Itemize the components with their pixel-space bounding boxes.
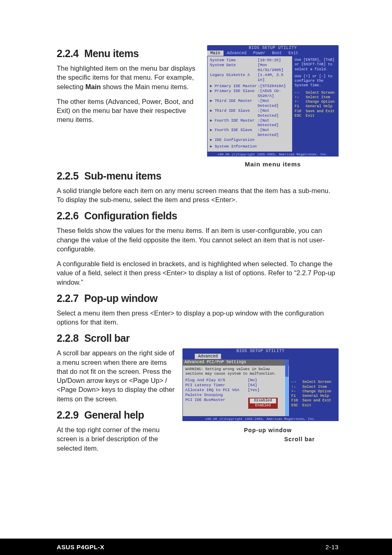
heading-227-title: Pop-up window (84, 292, 157, 304)
triangle-icon: ▶ (210, 138, 214, 142)
heading-227-num: 2.2.7 (57, 292, 78, 304)
bios1-menu-boot[interactable]: Boot (269, 51, 285, 56)
bios2-right: ←→ Select Screen ↑↓ Select Item +- Chang… (289, 359, 338, 416)
popup-opt-enabled[interactable]: Enabled (250, 403, 276, 408)
triangle-icon: ▶ (210, 144, 214, 149)
bios1-sub-3[interactable]: ▶ Third IDE Slave:[Not Detected] (210, 108, 290, 118)
para-224-1c: shows the Main menu items. (101, 83, 189, 90)
content-area: 2.2.4Menu items The highlighted item on … (0, 0, 392, 458)
bios1-row-0-k: System Time (210, 58, 258, 63)
bios2-keys: ←→ Select Screen ↑↓ Select Item +- Chang… (291, 380, 336, 408)
para-227: Select a menu item then press <Enter> to… (57, 309, 339, 327)
heading-225: 2.2.5Sub-menu items (57, 170, 339, 182)
bios1-sub-2[interactable]: ▶ Third IDE Master:[Not Detected] (210, 99, 290, 108)
bios-figure-2: BIOS SETUP UTILITY Advanced Advanced PCI… (182, 348, 339, 442)
bios1-sub-0-k: ▶ Primary IDE Master (210, 84, 258, 89)
bios1-menu: Main Advanced Power Boot Exit (207, 51, 339, 56)
heading-228-num: 2.2.8 (57, 332, 78, 344)
callout-popup: Pop-up window (197, 427, 339, 433)
heading-225-num: 2.2.5 (57, 170, 78, 182)
bios1-row-0: System Time[10:55:25] (210, 58, 290, 63)
bios1-sub-6[interactable]: ▶ IDE Configuration (210, 138, 290, 143)
bios1-row-0-v: [10:55:25] (258, 58, 290, 63)
heading-224-title: Menu items (84, 48, 139, 59)
heading-226-num: 2.2.6 (57, 210, 78, 221)
para-226-1: These fields show the values for the men… (57, 226, 339, 253)
para-229: At the top right corner of the menu scre… (57, 425, 175, 453)
heading-229-title: General help (84, 409, 144, 421)
triangle-icon: ▶ (210, 118, 214, 123)
bios1-menu-advanced[interactable]: Advanced (224, 51, 250, 56)
bios1-menu-exit[interactable]: Exit (285, 51, 302, 56)
bios1-sub-0-v: :[ST320410A] (258, 84, 290, 89)
para-224-2: The other items (Advanced, Power, Boot, … (57, 97, 200, 124)
bios2-row-2[interactable]: Allocate IRQ to PCI VGA[Yes] (185, 388, 286, 393)
bios1-keys: ←→ Select Screen ↑↓ Select Item +- Chang… (295, 91, 336, 119)
bios2-scroll-thumb[interactable] (285, 359, 288, 377)
bios2-popup[interactable]: Disabled Enabled (248, 397, 278, 409)
bios2-warning: WARNING: Setting wrong values in below s… (185, 367, 286, 377)
bios-mini-1: BIOS SETUP UTILITY Main Advanced Power B… (207, 45, 339, 157)
bios2-scrollbar[interactable] (285, 359, 288, 416)
triangle-icon: ▶ (210, 128, 214, 132)
section-228-row: A scroll bar appears on the right side o… (57, 348, 339, 458)
bios-mini-2: BIOS SETUP UTILITY Advanced Advanced PCI… (182, 348, 339, 421)
popup-opt-disabled[interactable]: Disabled (250, 398, 276, 403)
heading-226-title: Configuration fields (84, 210, 177, 221)
bios-figure-1: BIOS SETUP UTILITY Main Advanced Power B… (207, 45, 339, 168)
heading-226: 2.2.6Configuration fields (57, 210, 339, 222)
bios1-menu-power[interactable]: Power (250, 51, 269, 56)
bios1-sub-5[interactable]: ▶ Fourth IDE Slave:[Not Detected] (210, 128, 290, 138)
bios1-bar: BIOS SETUP UTILITY (207, 45, 339, 51)
bios2-row-0[interactable]: Plug And Play O/S[No] (185, 378, 286, 383)
triangle-icon: ▶ (210, 84, 214, 88)
section-224-text: 2.2.4Menu items The highlighted item on … (57, 45, 200, 130)
bios1-sub-0[interactable]: ▶ Primary IDE Master:[ST320410A] (210, 84, 290, 89)
bios2-menu-advanced[interactable]: Advanced (195, 354, 221, 359)
para-224-1: The highlighted item on the menu bar dis… (57, 64, 200, 91)
bios2-row-3[interactable]: Palette Snooping (185, 393, 286, 398)
bios1-row-1: System Date[Mon 01/31/2005] (210, 63, 290, 73)
bios2-panel-title: Advanced PCI/PnP Settings (183, 359, 289, 366)
bios1-body: System Time[10:55:25] System Date[Mon 01… (207, 56, 339, 152)
bios1-row-2-k: Legacy Diskette A (210, 73, 258, 83)
bios1-footer: v00.00 (C)Copyright 1985-2003, American … (207, 152, 339, 157)
heading-229: 2.2.9General help (57, 409, 175, 421)
heading-229-num: 2.2.9 (57, 409, 78, 421)
bios1-sysinfo[interactable]: ▶ System Information (210, 144, 290, 149)
bios2-row-1[interactable]: PCI Latency Timer[64] (185, 383, 286, 388)
page: 2.2.4Menu items The highlighted item on … (0, 0, 392, 555)
bios1-caption: Main menu items (207, 161, 339, 168)
bios2-left: Advanced PCI/PnP Settings WARNING: Setti… (183, 359, 289, 416)
bios1-row-1-k: System Date (210, 63, 258, 73)
footer-right: 2-13 (325, 543, 339, 550)
footer-left: ASUS P4GPL-X (57, 543, 104, 550)
bios1-menu-main[interactable]: Main (207, 51, 224, 56)
bios1-row-1-v: [Mon 01/31/2005] (258, 63, 290, 73)
triangle-icon: ▶ (210, 108, 214, 113)
callout-scrollbar: Scroll bar (261, 436, 339, 442)
heading-224: 2.2.4Menu items (57, 48, 200, 60)
triangle-icon: ▶ (210, 99, 214, 103)
bios1-right: Use [ENTER], [TAB] or [SHIFT-TAB] to sel… (292, 56, 338, 152)
heading-225-title: Sub-menu items (84, 170, 161, 182)
bios2-footer: v00.00 (C)Copyright 1985-2003, American … (182, 417, 339, 421)
bios1-row-2: Legacy Diskette A[1.44M, 3.5 in] (210, 73, 290, 83)
bios1-row-2-v: [1.44M, 3.5 in] (258, 73, 290, 83)
heading-228-title: Scroll bar (84, 332, 129, 344)
para-224-1b: Main (85, 83, 101, 90)
triangle-icon: ▶ (210, 89, 214, 93)
bios1-help2: Use [+] or [-] to configure the System T… (295, 74, 336, 88)
page-footer: ASUS P4GPL-X 2-13 (0, 539, 392, 555)
heading-224-num: 2.2.4 (57, 48, 78, 59)
bios2-bar: BIOS SETUP UTILITY (182, 348, 339, 354)
heading-228: 2.2.8Scroll bar (57, 332, 339, 344)
bios1-sub-1[interactable]: ▶ Primary IDE Slave:[ASUS CD-S520/A] (210, 89, 290, 99)
bios2-menu: Advanced (182, 354, 339, 359)
bios1-sub-4[interactable]: ▶ Fourth IDE Master:[Not Detected] (210, 118, 290, 128)
heading-227: 2.2.7Pop-up window (57, 292, 339, 304)
bios1-left: System Time[10:55:25] System Date[Mon 01… (208, 56, 292, 152)
bios1-help1: Use [ENTER], [TAB] or [SHIFT-TAB] to sel… (295, 58, 336, 72)
para-228: A scroll bar appears on the right side o… (57, 348, 175, 403)
section-228-text: A scroll bar appears on the right side o… (57, 348, 175, 458)
